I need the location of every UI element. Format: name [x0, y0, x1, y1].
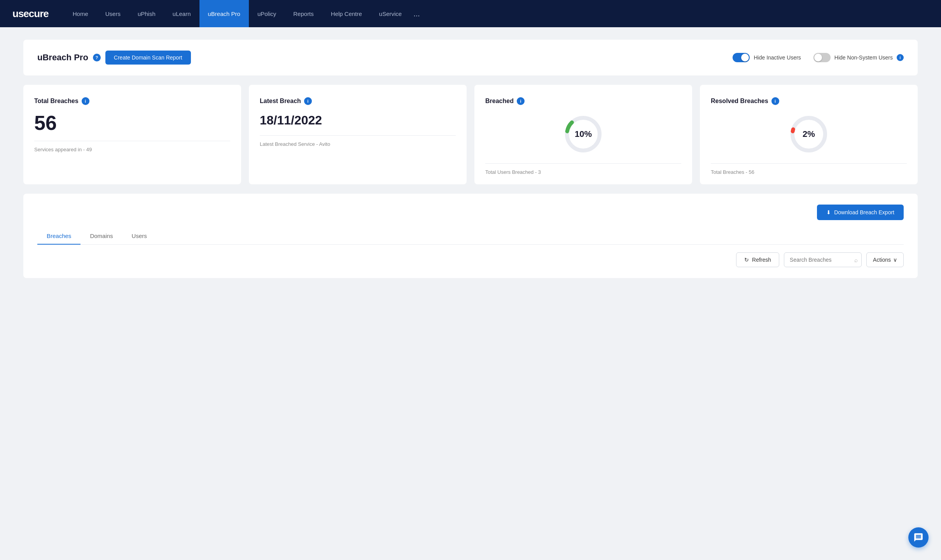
hide-non-system-label: Hide Non-System Users — [834, 54, 893, 61]
stat-header-total: Total Breaches i — [34, 97, 230, 105]
page-header-right: Hide Inactive Users Hide Non-System User… — [733, 53, 904, 62]
tab-breaches[interactable]: Breaches — [37, 228, 80, 245]
download-breach-export-button[interactable]: ⬇ Download Breach Export — [817, 205, 904, 220]
create-domain-scan-button[interactable]: Create Domain Scan Report — [105, 51, 191, 65]
nav-uservice[interactable]: uService — [371, 0, 410, 27]
bottom-panel-header: ⬇ Download Breach Export — [37, 205, 904, 220]
stat-card-resolved: Resolved Breaches i 2% Total Breaches - … — [700, 85, 918, 184]
logo-u: u — [12, 8, 18, 19]
bottom-actions: ↻ Refresh ⌕ Actions ∨ — [37, 252, 904, 267]
stat-title-total: Total Breaches — [34, 98, 79, 105]
main-nav: usecure Home Users uPhish uLearn uBreach… — [0, 0, 941, 27]
stat-title-resolved: Resolved Breaches — [711, 98, 768, 105]
search-breaches-wrap: ⌕ — [784, 252, 862, 267]
stat-title-latest: Latest Breach — [260, 98, 301, 105]
page-header: uBreach Pro ? Create Domain Scan Report … — [23, 40, 918, 75]
search-icon: ⌕ — [854, 257, 858, 263]
stat-title-breached: Breached — [485, 98, 514, 105]
toggle-thumb — [741, 54, 749, 61]
stat-sub-total: Services appeared in - 49 — [34, 147, 230, 152]
actions-button[interactable]: Actions ∨ — [866, 252, 904, 267]
hide-non-system-toggle[interactable] — [813, 53, 831, 62]
main-content: uBreach Pro ? Create Domain Scan Report … — [0, 27, 941, 290]
stat-info-total[interactable]: i — [82, 97, 89, 105]
bottom-panel: ⬇ Download Breach Export Breaches Domain… — [23, 194, 918, 278]
stat-sub-resolved: Total Breaches - 56 — [711, 169, 907, 175]
help-icon[interactable]: ? — [93, 54, 101, 61]
hide-inactive-label: Hide Inactive Users — [754, 54, 801, 61]
hide-non-system-info-icon[interactable]: i — [897, 54, 904, 61]
tab-users[interactable]: Users — [122, 228, 156, 245]
chat-icon — [913, 532, 924, 542]
stat-card-latest-breach: Latest Breach i 18/11/2022 Latest Breach… — [249, 85, 467, 184]
donut-breached: 10% — [485, 113, 681, 156]
search-breaches-input[interactable] — [784, 252, 862, 267]
refresh-button[interactable]: ↻ Refresh — [736, 252, 779, 267]
stat-sub-breached: Total Users Breached - 3 — [485, 169, 681, 175]
tabs: Breaches Domains Users — [37, 228, 904, 245]
actions-label: Actions — [873, 257, 891, 263]
refresh-label: Refresh — [752, 257, 771, 263]
stats-grid: Total Breaches i 56 Services appeared in… — [23, 85, 918, 184]
toggle-thumb-2 — [814, 54, 822, 61]
stat-value-total: 56 — [34, 113, 230, 133]
nav-users[interactable]: Users — [97, 0, 129, 27]
stat-header-latest: Latest Breach i — [260, 97, 456, 105]
nav-more-icon[interactable]: ... — [413, 9, 420, 18]
page-header-left: uBreach Pro ? Create Domain Scan Report — [37, 51, 191, 65]
app-logo: usecure — [12, 8, 49, 20]
nav-upolicy[interactable]: uPolicy — [249, 0, 285, 27]
stat-header-breached: Breached i — [485, 97, 681, 105]
hide-inactive-toggle[interactable] — [733, 53, 750, 62]
stat-info-resolved[interactable]: i — [771, 97, 779, 105]
refresh-icon: ↻ — [744, 257, 749, 263]
nav-uphish[interactable]: uPhish — [129, 0, 164, 27]
tab-domains[interactable]: Domains — [80, 228, 122, 245]
stat-info-latest[interactable]: i — [304, 97, 312, 105]
download-label: Download Breach Export — [834, 209, 894, 215]
hide-inactive-toggle-group: Hide Inactive Users — [733, 53, 801, 62]
nav-reports[interactable]: Reports — [285, 0, 322, 27]
chevron-down-icon: ∨ — [893, 257, 897, 263]
stat-date-latest: 18/11/2022 — [260, 113, 456, 128]
nav-help-centre[interactable]: Help Centre — [322, 0, 371, 27]
page-title: uBreach Pro — [37, 52, 88, 63]
donut-resolved: 2% — [711, 113, 907, 156]
stat-sub-latest: Latest Breached Service - Avito — [260, 141, 456, 147]
nav-ubreach-pro[interactable]: uBreach Pro — [199, 0, 249, 27]
stat-card-total-breaches: Total Breaches i 56 Services appeared in… — [23, 85, 241, 184]
hide-non-system-toggle-group: Hide Non-System Users i — [813, 53, 904, 62]
donut-resolved-label: 2% — [803, 129, 815, 139]
download-icon: ⬇ — [826, 209, 831, 215]
stat-info-breached[interactable]: i — [517, 97, 525, 105]
logo-secure: secure — [18, 8, 49, 19]
donut-breached-label: 10% — [575, 129, 592, 139]
stat-card-breached: Breached i 10% Total Users Breached - 3 — [474, 85, 692, 184]
nav-ulearn[interactable]: uLearn — [164, 0, 199, 27]
nav-home[interactable]: Home — [64, 0, 97, 27]
chat-button[interactable] — [908, 527, 929, 548]
stat-header-resolved: Resolved Breaches i — [711, 97, 907, 105]
nav-links: Home Users uPhish uLearn uBreach Pro uPo… — [64, 0, 929, 27]
